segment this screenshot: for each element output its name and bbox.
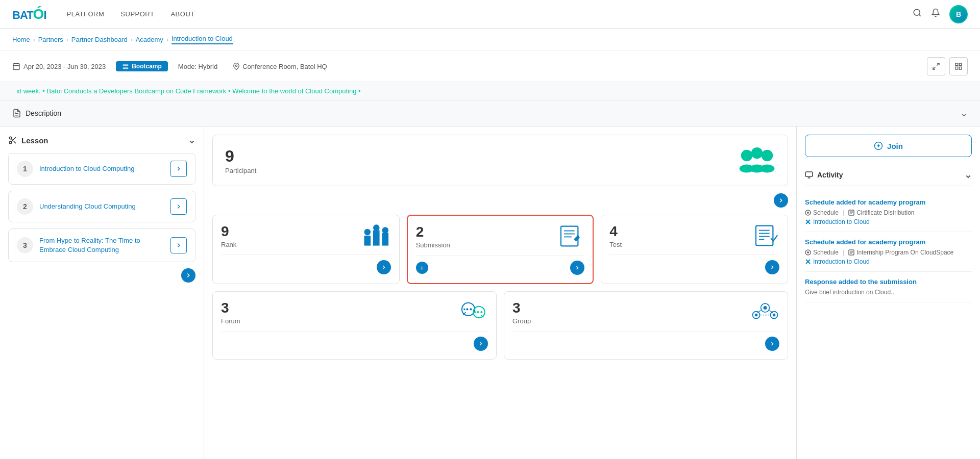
- svg-point-19: [9, 137, 12, 139]
- test-more-button[interactable]: [765, 260, 779, 274]
- forum-icon: [459, 300, 488, 324]
- lesson-title-3[interactable]: From Hype to Reality: The Time to Embrac…: [39, 236, 164, 254]
- submission-add-button[interactable]: +: [416, 262, 428, 274]
- forum-card: 3 Forum: [212, 291, 497, 360]
- description-bar[interactable]: Description ⌄: [0, 100, 980, 126]
- bootcamp-badge: Bootcamp: [116, 61, 168, 71]
- svg-point-35: [382, 227, 388, 234]
- activity-title-2[interactable]: Schedule added for academy program: [805, 238, 972, 246]
- description-bar-left: Description: [12, 109, 61, 118]
- svg-point-53: [474, 311, 476, 313]
- expand-icon: [932, 62, 940, 70]
- participants-card: 9 Participant: [212, 135, 788, 186]
- submission-icon: [558, 224, 584, 248]
- avatar[interactable]: B: [949, 5, 968, 23]
- activity-icon: [805, 171, 813, 179]
- location-text: Conference Room, Batoi HQ: [242, 63, 327, 70]
- svg-point-34: [373, 224, 380, 231]
- test-card: 4 Test: [601, 215, 788, 284]
- svg-rect-41: [756, 226, 773, 246]
- badge-text: Bootcamp: [132, 63, 162, 70]
- svg-point-10: [235, 65, 237, 66]
- rank-count: 9: [221, 223, 236, 240]
- activity-title-1[interactable]: Schedule added for academy program: [805, 198, 972, 206]
- sidebar-more: [8, 268, 195, 283]
- breadcrumb-academy[interactable]: Academy: [136, 36, 163, 43]
- arrow-right-forum-icon: [478, 341, 484, 347]
- cross-icon-1: [805, 219, 811, 225]
- activity-course-label-2: Introduction to Cloud: [813, 258, 870, 265]
- lesson-card-1: 1 Introduction to Cloud Computing: [8, 153, 195, 185]
- lesson-go-button-2[interactable]: [170, 198, 187, 215]
- nav-platform[interactable]: PLATFORM: [67, 10, 105, 18]
- lesson-title-2[interactable]: Understanding Cloud Computing: [39, 202, 164, 211]
- activity-desc-3: Give brief introduction on Cloud...: [805, 289, 896, 296]
- activity-meta-1: Schedule | Cirtificate Distribution: [805, 209, 972, 216]
- svg-rect-6: [123, 64, 129, 64]
- search-button[interactable]: [913, 8, 922, 20]
- schedule-dot-icon-1: [805, 210, 811, 216]
- activity-cert-label-1: Cirtificate Distribution: [856, 209, 914, 216]
- join-button[interactable]: Join: [805, 135, 972, 157]
- view-toggle-2[interactable]: [949, 57, 968, 75]
- right-sidebar: Join Activity ⌄ Schedule added for acade…: [796, 126, 980, 459]
- breadcrumb: Home › Partners › Partner Dashboard › Ac…: [0, 29, 980, 51]
- breadcrumb-home[interactable]: Home: [12, 36, 30, 43]
- grid-icon: [954, 62, 963, 70]
- breadcrumb-partner-dashboard[interactable]: Partner Dashboard: [71, 36, 128, 43]
- breadcrumb-partners[interactable]: Partners: [38, 36, 63, 43]
- lesson-title-1[interactable]: Introduction to Cloud Computing: [39, 164, 164, 173]
- participants-label: Participant: [225, 167, 256, 174]
- activity-meta-2: Schedule | Internship Program On CloudSp…: [805, 249, 972, 256]
- nav-support[interactable]: SUPPORT: [120, 10, 154, 18]
- activity-course-2[interactable]: Introduction to Cloud: [805, 258, 972, 265]
- forum-label: Forum: [221, 317, 240, 325]
- join-icon: [874, 141, 883, 150]
- forum-more-button[interactable]: [474, 337, 488, 351]
- participants-more-button[interactable]: [774, 193, 788, 208]
- view-toggle-1[interactable]: [927, 57, 945, 75]
- meta-location: Conference Room, Batoi HQ: [233, 63, 327, 70]
- date-range-text: Apr 20, 2023 - Jun 30, 2023: [23, 63, 106, 70]
- svg-rect-2: [13, 64, 19, 70]
- svg-point-55: [764, 306, 767, 310]
- logo[interactable]: BATÓI: [12, 6, 46, 22]
- submission-more-button[interactable]: [570, 261, 584, 275]
- arrow-right-rank-icon: [381, 264, 387, 270]
- activity-course-1[interactable]: Introduction to Cloud: [805, 218, 972, 225]
- svg-rect-13: [955, 63, 958, 66]
- notification-button[interactable]: [931, 8, 940, 20]
- svg-point-20: [9, 141, 12, 144]
- forum-card-content: 3 Forum: [221, 300, 488, 325]
- group-icon: [751, 300, 779, 324]
- group-more-button[interactable]: [765, 337, 779, 351]
- svg-rect-66: [805, 172, 812, 176]
- svg-point-49: [463, 309, 465, 311]
- meta-mode: Mode: Hybrid: [178, 63, 217, 70]
- activity-cert-2: Internship Program On CloudSpace: [848, 249, 953, 256]
- breadcrumb-sep-2: ›: [66, 36, 68, 43]
- lesson-num-3: 3: [17, 237, 33, 253]
- rank-card-footer: [221, 254, 391, 274]
- lesson-go-button-1[interactable]: [170, 161, 187, 177]
- lesson-num-1: 1: [17, 161, 33, 177]
- activity-title-3[interactable]: Response added to the submission: [805, 278, 972, 286]
- lesson-go-button-3[interactable]: [170, 237, 187, 253]
- forum-count: 3: [221, 300, 240, 316]
- arrow-right-submission-icon: [574, 265, 580, 271]
- rank-label: Rank: [221, 241, 236, 248]
- activity-chevron-icon: ⌄: [964, 169, 972, 181]
- lesson-card-3: 3 From Hype to Reality: The Time to Embr…: [8, 228, 195, 262]
- nav-about[interactable]: ABOUT: [170, 10, 194, 18]
- rank-card: 9 Rank: [212, 215, 400, 284]
- test-card-content: 4 Test: [609, 223, 779, 248]
- top-nav: BATÓI PLATFORM SUPPORT ABOUT B: [0, 0, 980, 29]
- stats-grid-1: 9 Rank: [212, 215, 788, 284]
- arrow-right-icon-2: [175, 203, 182, 210]
- rank-more-button[interactable]: [377, 260, 391, 274]
- svg-point-33: [364, 229, 371, 236]
- stats-grid-2: 3 Forum: [212, 291, 788, 360]
- sidebar-more-button[interactable]: [181, 268, 195, 283]
- svg-rect-7: [123, 65, 129, 66]
- meta-right: [927, 57, 968, 75]
